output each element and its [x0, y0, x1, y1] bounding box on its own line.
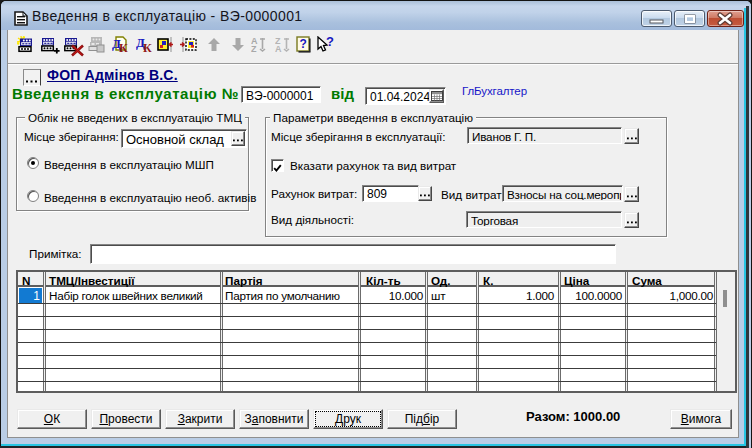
svg-text:A: A: [275, 44, 282, 53]
svg-text:К: К: [119, 41, 128, 53]
svg-text:Z: Z: [251, 44, 257, 53]
svg-text:К: К: [143, 41, 152, 53]
svg-text:?: ?: [300, 37, 307, 51]
svg-text:?: ?: [326, 36, 334, 49]
